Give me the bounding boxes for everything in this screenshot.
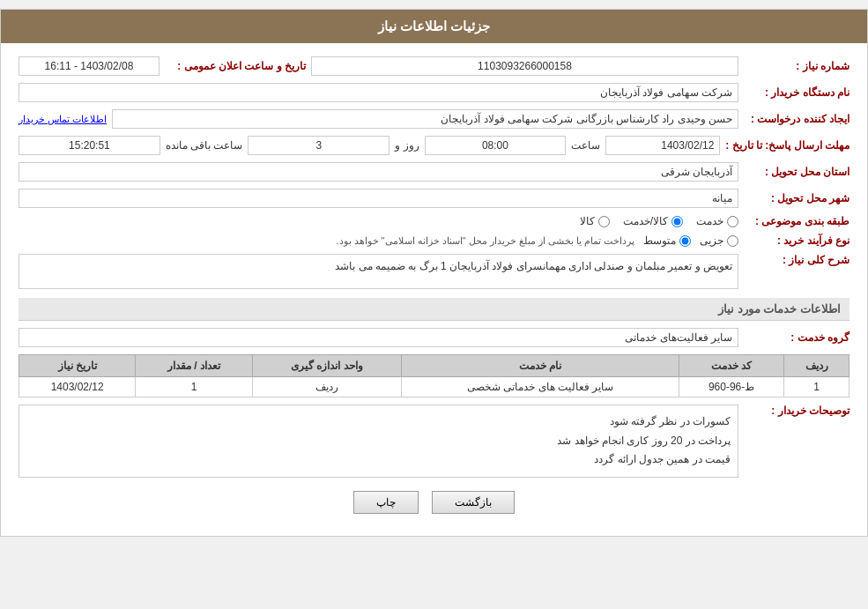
page-title: جزئیات اطلاعات نیاز bbox=[378, 19, 490, 33]
cell-qty: 1 bbox=[136, 377, 252, 397]
service-group-label: گروه خدمت : bbox=[744, 331, 849, 344]
category-option-goods-service[interactable]: کالا/خدمت bbox=[623, 215, 683, 227]
cell-row-num: 1 bbox=[784, 377, 849, 397]
cell-unit: ردیف bbox=[252, 377, 401, 397]
announce-label: تاریخ و ساعت اعلان عمومی : bbox=[165, 60, 306, 72]
deadline-label: مهلت ارسال پاسخ: تا تاریخ : bbox=[725, 139, 849, 152]
table-row: 1 ط-96-960 سایر فعالیت های خدماتی شخصی ر… bbox=[19, 377, 849, 397]
col-unit: واحد اندازه گیری bbox=[252, 355, 401, 377]
need-description-label: شرح کلی نیاز : bbox=[744, 254, 849, 266]
print-button[interactable]: چاپ bbox=[353, 491, 419, 514]
deadline-date: 1403/02/12 bbox=[605, 136, 720, 155]
province-value: آذربایجان شرقی bbox=[19, 162, 738, 182]
need-number-value: 1103093266000158 bbox=[311, 56, 738, 76]
category-option-goods[interactable]: کالا bbox=[580, 215, 610, 227]
service-group-value: سایر فعالیت‌های خدماتی bbox=[19, 328, 738, 347]
purchase-type-partial[interactable]: جزیی bbox=[700, 234, 738, 247]
action-buttons: بازگشت چاپ bbox=[19, 491, 849, 514]
announce-value: 1403/02/08 - 16:11 bbox=[19, 56, 160, 76]
deadline-time: 08:00 bbox=[425, 136, 567, 155]
creator-contact-link[interactable]: اطلاعات تماس خریدار bbox=[19, 114, 107, 125]
back-button[interactable]: بازگشت bbox=[432, 491, 515, 514]
deadline-days: 3 bbox=[248, 136, 389, 155]
category-options: خدمت کالا/خدمت کالا bbox=[580, 215, 738, 227]
creator-label: ایجاد کننده درخواست : bbox=[744, 113, 849, 125]
deadline-remaining: 15:20:51 bbox=[19, 136, 160, 155]
col-service-name: نام خدمت bbox=[402, 355, 679, 377]
services-section-title: اطلاعات خدمات مورد نیاز bbox=[19, 298, 849, 321]
col-service-code: کد خدمت bbox=[679, 355, 783, 377]
need-number-label: شماره نیاز : bbox=[744, 60, 849, 72]
buyer-notes-label: توصیحات خریدار : bbox=[744, 405, 849, 417]
services-table: ردیف کد خدمت نام خدمت واحد اندازه گیری ت… bbox=[19, 354, 849, 397]
need-description-value: تعویض و تعمیر مبلمان و صندلی اداری مهمان… bbox=[19, 254, 738, 289]
purchase-type-label: نوع فرآیند خرید : bbox=[744, 234, 849, 247]
buyer-org-value: شرکت سهامی فولاد آذربایجان bbox=[19, 83, 738, 102]
buyer-org-label: نام دستگاه خریدار : bbox=[744, 86, 849, 99]
purchase-note: پرداخت تمام یا بخشی از مبلغ خریدار محل "… bbox=[19, 235, 634, 247]
buyer-notes-value: کسورات در نظر گرفته شود پرداخت در 20 روز… bbox=[19, 405, 738, 478]
city-value: میانه bbox=[19, 189, 738, 208]
deadline-remaining-label: ساعت باقی مانده bbox=[166, 139, 243, 152]
province-label: استان محل تحویل : bbox=[744, 166, 849, 178]
city-label: شهر محل تحویل : bbox=[744, 192, 849, 204]
category-option-service[interactable]: خدمت bbox=[696, 215, 738, 227]
col-qty: تعداد / مقدار bbox=[136, 355, 252, 377]
deadline-days-label: روز و bbox=[395, 139, 419, 152]
cell-service-name: سایر فعالیت های خدماتی شخصی bbox=[402, 377, 679, 397]
cell-date: 1403/02/12 bbox=[19, 377, 136, 397]
deadline-time-label: ساعت bbox=[571, 139, 600, 152]
page-header: جزئیات اطلاعات نیاز bbox=[1, 10, 867, 43]
cell-service-code: ط-96-960 bbox=[679, 377, 783, 397]
category-label: طبقه بندی موضوعی : bbox=[744, 215, 849, 227]
col-date: تاریخ نیاز bbox=[19, 355, 136, 377]
col-row-num: ردیف bbox=[784, 355, 849, 377]
creator-value: حسن وحیدی راد کارشناس بازرگانی شرکت سهام… bbox=[112, 109, 738, 129]
purchase-type-medium[interactable]: متوسط bbox=[643, 234, 691, 247]
